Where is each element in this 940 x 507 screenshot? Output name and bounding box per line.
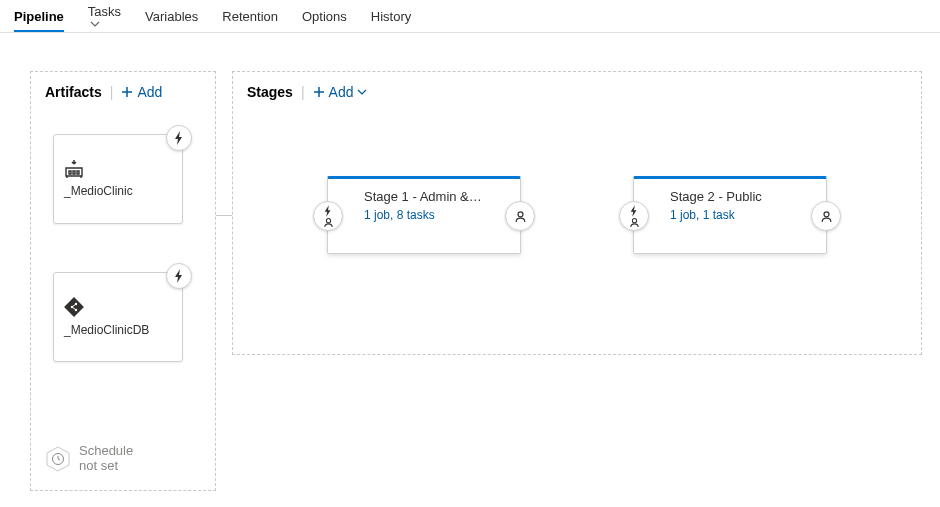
artifact-name: _MedioClinicDB	[64, 323, 172, 337]
clock-hexagon-icon	[45, 446, 71, 472]
lightning-icon	[173, 131, 185, 145]
repo-artifact-icon	[64, 297, 172, 317]
person-icon	[323, 217, 334, 228]
plus-icon	[121, 86, 133, 98]
tab-tasks[interactable]: Tasks	[88, 0, 121, 36]
lightning-icon	[323, 205, 333, 217]
add-stage-button[interactable]: Add	[313, 84, 368, 100]
svg-point-8	[632, 218, 636, 222]
plus-icon	[313, 86, 325, 98]
schedule-line1: Schedule	[79, 444, 133, 459]
tab-pipeline[interactable]: Pipeline	[14, 1, 64, 31]
svg-point-6	[326, 218, 330, 222]
artifact-name: _MedioClinic	[64, 184, 172, 198]
stage-card-1[interactable]: Stage 1 - Admin &… 1 job, 8 tasks	[327, 176, 521, 254]
person-icon	[820, 210, 833, 223]
artifacts-header: Artifacts | Add	[45, 84, 201, 100]
tab-bar: Pipeline Tasks Variables Retention Optio…	[0, 0, 940, 33]
stage-card-2[interactable]: Stage 2 - Public 1 job, 1 task	[633, 176, 827, 254]
add-stage-label: Add	[329, 84, 354, 100]
schedule-line2: not set	[79, 459, 133, 474]
artifact-card-medioclinicdb[interactable]: _MedioClinicDB	[53, 272, 183, 362]
artifact-trigger-button[interactable]	[166, 125, 192, 151]
stage-subtitle: 1 job, 1 task	[670, 208, 798, 222]
schedule-button[interactable]: Schedule not set	[45, 444, 133, 474]
artifacts-panel: Artifacts | Add _MedioClinic	[30, 71, 216, 491]
stages-heading: Stages	[247, 84, 293, 100]
lightning-icon	[629, 205, 639, 217]
separator: |	[110, 84, 114, 100]
stages-panel: Stages | Add Stage 1 - Admin &… 1 job, 8…	[232, 71, 922, 355]
stage-title: Stage 1 - Admin &…	[364, 189, 492, 204]
chevron-down-icon	[357, 87, 367, 97]
stage-title: Stage 2 - Public	[670, 189, 798, 204]
tab-tasks-label: Tasks	[88, 4, 121, 19]
svg-point-7	[518, 211, 523, 216]
tab-options[interactable]: Options	[302, 1, 347, 31]
post-deployment-conditions-button[interactable]	[505, 201, 535, 231]
stage-subtitle: 1 job, 8 tasks	[364, 208, 492, 222]
add-artifact-button[interactable]: Add	[121, 84, 162, 100]
person-icon	[514, 210, 527, 223]
artifact-trigger-button[interactable]	[166, 263, 192, 289]
artifact-card-medioclinic[interactable]: _MedioClinic	[53, 134, 183, 224]
artifacts-heading: Artifacts	[45, 84, 102, 100]
add-artifact-label: Add	[137, 84, 162, 100]
tab-retention[interactable]: Retention	[222, 1, 278, 31]
svg-rect-0	[64, 297, 84, 317]
tab-variables[interactable]: Variables	[145, 1, 198, 31]
chevron-down-icon	[90, 19, 100, 29]
stages-header: Stages | Add	[247, 84, 907, 100]
post-deployment-conditions-button[interactable]	[811, 201, 841, 231]
svg-point-9	[824, 211, 829, 216]
pre-deployment-conditions-button[interactable]	[313, 201, 343, 231]
pre-deployment-conditions-button[interactable]	[619, 201, 649, 231]
tab-history[interactable]: History	[371, 1, 411, 31]
separator: |	[301, 84, 305, 100]
schedule-text: Schedule not set	[79, 444, 133, 474]
pipeline-canvas: Artifacts | Add _MedioClinic	[0, 33, 940, 507]
build-artifact-icon	[64, 160, 172, 178]
lightning-icon	[173, 269, 185, 283]
person-icon	[629, 217, 640, 228]
